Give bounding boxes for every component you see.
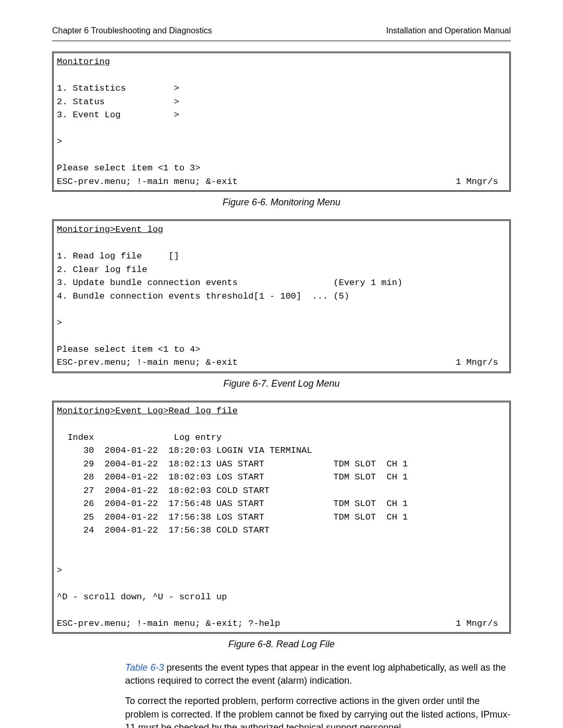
log-header: Index Log entry bbox=[57, 433, 222, 442]
mngr-status: 1 Mngr/s bbox=[456, 619, 498, 628]
figure-caption-6-8: Figure 6-8. Read Log File bbox=[52, 639, 511, 650]
menu-item-statistics: 1. Statistics > bbox=[57, 83, 179, 93]
esc-line-left: ESC-prev.menu; !-main menu; &-exit bbox=[57, 177, 238, 187]
menu-item-event-log: 3. Event Log > bbox=[57, 110, 179, 120]
log-row: 27 2004-01-22 18:02:03 COLD START bbox=[57, 486, 270, 496]
running-header: Chapter 6 Troubleshooting and Diagnostic… bbox=[52, 26, 511, 35]
terminal-read-log-file: Monitoring>Event Log>Read log file Index… bbox=[52, 401, 511, 634]
header-left: Chapter 6 Troubleshooting and Diagnostic… bbox=[52, 26, 212, 35]
body-para1-rest: presents the event types that appear in … bbox=[125, 662, 506, 686]
prompt: > bbox=[57, 137, 62, 146]
select-hint: Please select item <1 to 4> bbox=[57, 344, 200, 354]
esc-line-left: ESC-prev.menu; !-main menu; &-exit; ?-he… bbox=[57, 619, 280, 628]
select-hint: Please select item <1 to 3> bbox=[57, 163, 200, 173]
body-paragraph-2: To correct the reported problem, perform… bbox=[52, 695, 511, 728]
term-title: Monitoring bbox=[57, 57, 110, 67]
log-row: 30 2004-01-22 18:20:03 LOGIN VIA TERMINA… bbox=[57, 446, 312, 455]
figure-caption-6-7: Figure 6-7. Event Log Menu bbox=[52, 378, 511, 389]
log-row: 29 2004-01-22 18:02:13 UAS START TDM SLO… bbox=[57, 459, 408, 469]
prompt: > bbox=[57, 318, 62, 328]
menu-item-status: 2. Status > bbox=[57, 97, 179, 107]
page: Chapter 6 Troubleshooting and Diagnostic… bbox=[0, 0, 563, 728]
terminal-event-log-menu: Monitoring>Event log 1. Read log file []… bbox=[52, 219, 511, 373]
log-row: 25 2004-01-22 17:56:38 LOS START TDM SLO… bbox=[57, 512, 408, 522]
prompt: > bbox=[57, 565, 62, 575]
menu-item-clear-log: 2. Clear log file bbox=[57, 265, 147, 275]
log-row: 24 2004-01-22 17:56:38 COLD START bbox=[57, 525, 270, 535]
esc-line-left: ESC-prev.menu; !-main menu; &-exit bbox=[57, 357, 238, 367]
term-title: Monitoring>Event Log>Read log file bbox=[57, 406, 238, 416]
menu-item-update-bundle: 3. Update bundle connection events (Ever… bbox=[57, 278, 402, 288]
menu-item-bundle-threshold: 4. Bundle connection events threshold[1 … bbox=[57, 291, 349, 301]
log-row: 28 2004-01-22 18:02:03 LOS START TDM SLO… bbox=[57, 472, 408, 482]
scroll-hint: ^D - scroll down, ^U - scroll up bbox=[57, 592, 227, 602]
header-right: Installation and Operation Manual bbox=[386, 26, 511, 35]
term-title: Monitoring>Event log bbox=[57, 225, 163, 235]
figure-caption-6-6: Figure 6-6. Monitoring Menu bbox=[52, 197, 511, 208]
log-row: 26 2004-01-22 17:56:48 UAS START TDM SLO… bbox=[57, 499, 408, 509]
body-paragraph-1: Table 6-3 presents the event types that … bbox=[52, 661, 511, 687]
mngr-status: 1 Mngr/s bbox=[456, 357, 498, 367]
mngr-status: 1 Mngr/s bbox=[456, 177, 498, 187]
header-rule bbox=[52, 41, 511, 41]
terminal-monitoring-menu: Monitoring 1. Statistics > 2. Status > 3… bbox=[52, 52, 511, 192]
menu-item-read-log: 1. Read log file [] bbox=[57, 251, 179, 261]
table-ref-link[interactable]: Table 6-3 bbox=[125, 662, 164, 673]
